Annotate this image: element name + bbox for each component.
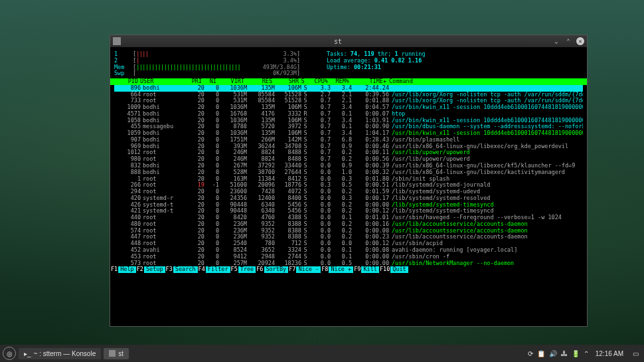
app-menu-icon[interactable]: ◎	[3, 347, 16, 360]
mem-meter: Mem [||||||||||||||||||||||||||||||||||4…	[114, 64, 300, 71]
window-title: st	[123, 38, 552, 45]
fkey-f1[interactable]: F1	[110, 266, 118, 273]
fkey-label[interactable]: SortBy	[264, 266, 289, 273]
fkey-label[interactable]: Filter	[206, 266, 230, 273]
taskbar[interactable]: ◎ ▸_ ~ : stterm — Konsole st ⟳ 📋 🔊 🖧 🔋 ⌃…	[0, 345, 644, 362]
window-app-icon	[113, 37, 121, 45]
clock[interactable]: 12:16 AM	[592, 350, 627, 357]
fkey-f10[interactable]: F10	[379, 266, 390, 273]
window-titlebar[interactable]: st ⌄ ⌃ ✕	[110, 35, 587, 47]
htop-output: 1 [||||3.3%] 2 [|3.4%] Mem [||||||||||||…	[110, 47, 587, 326]
fkey-label[interactable]: Kill	[361, 266, 378, 273]
fkey-f7[interactable]: F7	[288, 266, 296, 273]
fkey-label[interactable]: Help	[118, 266, 135, 273]
app-icon	[109, 350, 116, 357]
fkey-label[interactable]: Nice +	[329, 266, 353, 273]
fkey-label[interactable]: Quit	[390, 266, 408, 273]
fkey-f4[interactable]: F4	[198, 266, 206, 273]
fkey-f3[interactable]: F3	[165, 266, 173, 273]
fkey-f2[interactable]: F2	[136, 266, 144, 273]
fkey-f5[interactable]: F5	[230, 266, 238, 273]
function-key-bar[interactable]: F1HelpF2SetupF3SearchF4FilterF5TreeF6Sor…	[110, 266, 587, 273]
fkey-label[interactable]: Setup	[144, 266, 165, 273]
fkey-label[interactable]: Nice -	[296, 266, 321, 273]
terminal-icon: ▸_	[24, 350, 31, 357]
chevron-up-icon[interactable]: ⌃	[584, 350, 589, 357]
swp-meter: Swp [0K/923M]	[114, 70, 300, 77]
fkey-label[interactable]: Search	[173, 266, 198, 273]
taskbar-item-st[interactable]: st	[104, 348, 129, 359]
fkey-f9[interactable]: F9	[353, 266, 361, 273]
cpu1-meter: 1 [||||3.3%]	[114, 51, 300, 58]
fkey-f8[interactable]: F8	[321, 266, 329, 273]
clipboard-icon[interactable]: 📋	[537, 350, 545, 357]
terminal-window: st ⌄ ⌃ ✕ 1 [||||3.3%] 2 [|3.4%] Mem [|||…	[110, 35, 588, 327]
window-maximize-icon[interactable]: ⌃	[564, 37, 572, 45]
process-list[interactable]: 896bodhi2001036M135M106MS3.33.42:44.24/u…	[114, 85, 583, 266]
updates-icon[interactable]: ⟳	[528, 350, 533, 357]
window-minimize-icon[interactable]: ⌄	[552, 37, 560, 45]
window-close-icon[interactable]: ✕	[576, 37, 584, 45]
network-icon[interactable]: 🖧	[561, 350, 568, 357]
fkey-f6[interactable]: F6	[256, 266, 264, 273]
volume-icon[interactable]: 🔊	[549, 350, 557, 357]
system-info: Tasks: 74, 119 thr; 1 running Load avera…	[327, 51, 426, 77]
battery-icon[interactable]: 🔋	[572, 350, 580, 357]
system-tray: ⟳ 📋 🔊 🖧 🔋 ⌃	[528, 350, 589, 357]
show-desktop-icon[interactable]: ▭	[630, 350, 641, 357]
fkey-label[interactable]: Tree	[238, 266, 256, 273]
taskbar-item-konsole[interactable]: ▸_ ~ : stterm — Konsole	[19, 348, 101, 359]
